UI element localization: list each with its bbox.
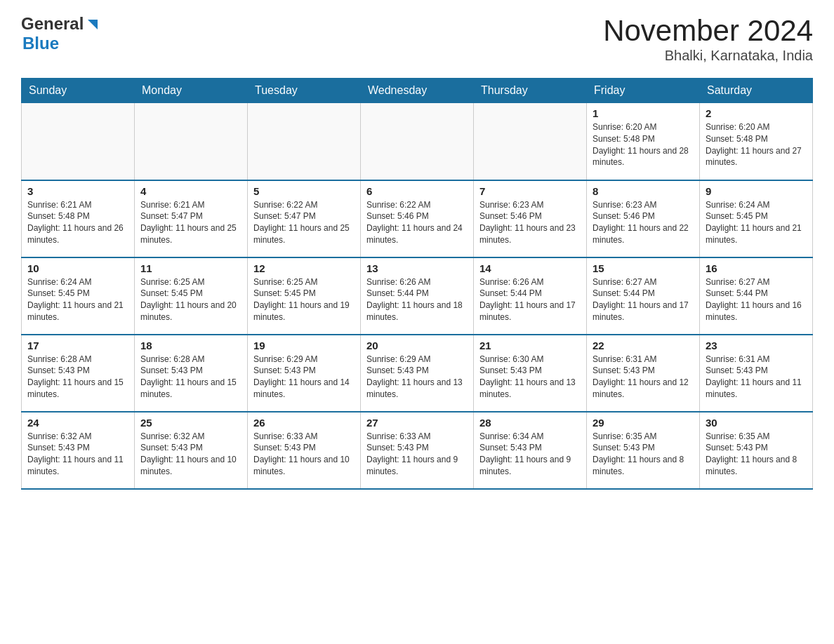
calendar-week-row: 24Sunrise: 6:32 AM Sunset: 5:43 PM Dayli… — [22, 412, 813, 489]
day-number: 28 — [479, 417, 581, 429]
day-info: Sunrise: 6:32 AM Sunset: 5:43 PM Dayligh… — [140, 431, 241, 478]
day-info: Sunrise: 6:29 AM Sunset: 5:43 PM Dayligh… — [366, 354, 468, 401]
day-info: Sunrise: 6:33 AM Sunset: 5:43 PM Dayligh… — [253, 431, 355, 478]
calendar-cell: 8Sunrise: 6:23 AM Sunset: 5:46 PM Daylig… — [587, 180, 700, 257]
calendar-cell: 21Sunrise: 6:30 AM Sunset: 5:43 PM Dayli… — [474, 335, 587, 412]
day-number: 29 — [593, 417, 694, 429]
calendar-cell: 29Sunrise: 6:35 AM Sunset: 5:43 PM Dayli… — [587, 412, 700, 489]
calendar-cell: 6Sunrise: 6:22 AM Sunset: 5:46 PM Daylig… — [361, 180, 474, 257]
calendar-cell: 17Sunrise: 6:28 AM Sunset: 5:43 PM Dayli… — [22, 335, 135, 412]
day-number: 13 — [366, 262, 468, 274]
day-number: 17 — [27, 340, 128, 351]
day-number: 8 — [593, 185, 694, 197]
day-header-monday: Monday — [135, 79, 248, 103]
day-header-tuesday: Tuesday — [248, 79, 361, 103]
calendar-cell: 14Sunrise: 6:26 AM Sunset: 5:44 PM Dayli… — [474, 257, 587, 335]
day-number: 3 — [27, 185, 128, 197]
day-number: 25 — [140, 417, 241, 429]
title-block: November 2024 Bhalki, Karnataka, India — [603, 14, 813, 64]
calendar-cell: 22Sunrise: 6:31 AM Sunset: 5:43 PM Dayli… — [587, 335, 700, 412]
calendar-header: SundayMondayTuesdayWednesdayThursdayFrid… — [22, 79, 813, 103]
calendar-cell — [474, 103, 587, 180]
day-info: Sunrise: 6:27 AM Sunset: 5:44 PM Dayligh… — [593, 276, 694, 323]
calendar-cell — [361, 103, 474, 180]
day-info: Sunrise: 6:35 AM Sunset: 5:43 PM Dayligh… — [593, 431, 694, 478]
day-info: Sunrise: 6:21 AM Sunset: 5:47 PM Dayligh… — [140, 199, 241, 246]
calendar-cell: 19Sunrise: 6:29 AM Sunset: 5:43 PM Dayli… — [248, 335, 361, 412]
calendar-cell: 13Sunrise: 6:26 AM Sunset: 5:44 PM Dayli… — [361, 257, 474, 335]
day-number: 9 — [706, 185, 807, 197]
logo: General Blue — [21, 14, 100, 53]
day-number: 12 — [253, 262, 355, 274]
day-number: 10 — [27, 262, 128, 274]
calendar-week-row: 10Sunrise: 6:24 AM Sunset: 5:45 PM Dayli… — [22, 257, 813, 335]
calendar-cell: 16Sunrise: 6:27 AM Sunset: 5:44 PM Dayli… — [700, 257, 813, 335]
day-number: 2 — [706, 107, 807, 119]
calendar-week-row: 1Sunrise: 6:20 AM Sunset: 5:48 PM Daylig… — [22, 103, 813, 180]
day-number: 5 — [253, 185, 355, 197]
day-header-friday: Friday — [587, 79, 700, 103]
calendar-cell: 18Sunrise: 6:28 AM Sunset: 5:43 PM Dayli… — [135, 335, 248, 412]
day-header-sunday: Sunday — [22, 79, 135, 103]
day-number: 16 — [706, 262, 807, 274]
day-header-wednesday: Wednesday — [361, 79, 474, 103]
logo-blue-text: Blue — [22, 34, 59, 53]
day-info: Sunrise: 6:25 AM Sunset: 5:45 PM Dayligh… — [140, 276, 241, 323]
day-number: 26 — [253, 417, 355, 429]
svg-marker-0 — [88, 20, 98, 29]
calendar-cell — [22, 103, 135, 180]
logo-general-text: General — [21, 14, 84, 34]
day-info: Sunrise: 6:33 AM Sunset: 5:43 PM Dayligh… — [366, 431, 468, 478]
day-info: Sunrise: 6:28 AM Sunset: 5:43 PM Dayligh… — [140, 354, 241, 401]
day-info: Sunrise: 6:20 AM Sunset: 5:48 PM Dayligh… — [706, 121, 807, 168]
calendar-cell: 25Sunrise: 6:32 AM Sunset: 5:43 PM Dayli… — [135, 412, 248, 489]
day-number: 18 — [140, 340, 241, 351]
day-header-saturday: Saturday — [700, 79, 813, 103]
calendar-cell: 11Sunrise: 6:25 AM Sunset: 5:45 PM Dayli… — [135, 257, 248, 335]
day-number: 24 — [27, 417, 128, 429]
day-info: Sunrise: 6:30 AM Sunset: 5:43 PM Dayligh… — [479, 354, 581, 401]
day-number: 1 — [593, 107, 694, 119]
calendar-body: 1Sunrise: 6:20 AM Sunset: 5:48 PM Daylig… — [22, 103, 813, 489]
day-number: 30 — [706, 417, 807, 429]
day-number: 14 — [479, 262, 581, 274]
day-info: Sunrise: 6:27 AM Sunset: 5:44 PM Dayligh… — [706, 276, 807, 323]
calendar-cell: 4Sunrise: 6:21 AM Sunset: 5:47 PM Daylig… — [135, 180, 248, 257]
calendar-cell: 2Sunrise: 6:20 AM Sunset: 5:48 PM Daylig… — [700, 103, 813, 180]
day-info: Sunrise: 6:23 AM Sunset: 5:46 PM Dayligh… — [593, 199, 694, 246]
day-info: Sunrise: 6:31 AM Sunset: 5:43 PM Dayligh… — [593, 354, 694, 401]
calendar-table: SundayMondayTuesdayWednesdayThursdayFrid… — [21, 78, 813, 490]
day-number: 23 — [706, 340, 807, 351]
day-info: Sunrise: 6:20 AM Sunset: 5:48 PM Dayligh… — [593, 121, 694, 168]
calendar-week-row: 3Sunrise: 6:21 AM Sunset: 5:48 PM Daylig… — [22, 180, 813, 257]
calendar-cell: 15Sunrise: 6:27 AM Sunset: 5:44 PM Dayli… — [587, 257, 700, 335]
day-info: Sunrise: 6:26 AM Sunset: 5:44 PM Dayligh… — [366, 276, 468, 323]
day-number: 4 — [140, 185, 241, 197]
day-info: Sunrise: 6:34 AM Sunset: 5:43 PM Dayligh… — [479, 431, 581, 478]
day-number: 20 — [366, 340, 468, 351]
calendar-cell: 3Sunrise: 6:21 AM Sunset: 5:48 PM Daylig… — [22, 180, 135, 257]
day-number: 19 — [253, 340, 355, 351]
day-info: Sunrise: 6:23 AM Sunset: 5:46 PM Dayligh… — [479, 199, 581, 246]
day-info: Sunrise: 6:21 AM Sunset: 5:48 PM Dayligh… — [27, 199, 128, 246]
calendar-subtitle: Bhalki, Karnataka, India — [603, 48, 813, 64]
calendar-cell: 28Sunrise: 6:34 AM Sunset: 5:43 PM Dayli… — [474, 412, 587, 489]
day-info: Sunrise: 6:28 AM Sunset: 5:43 PM Dayligh… — [27, 354, 128, 401]
calendar-cell: 12Sunrise: 6:25 AM Sunset: 5:45 PM Dayli… — [248, 257, 361, 335]
calendar-cell: 27Sunrise: 6:33 AM Sunset: 5:43 PM Dayli… — [361, 412, 474, 489]
calendar-cell: 23Sunrise: 6:31 AM Sunset: 5:43 PM Dayli… — [700, 335, 813, 412]
day-info: Sunrise: 6:32 AM Sunset: 5:43 PM Dayligh… — [27, 431, 128, 478]
day-number: 6 — [366, 185, 468, 197]
day-info: Sunrise: 6:35 AM Sunset: 5:43 PM Dayligh… — [706, 431, 807, 478]
logo-triangle-icon — [85, 17, 100, 32]
calendar-cell — [135, 103, 248, 180]
calendar-title: November 2024 — [603, 14, 813, 48]
calendar-cell: 7Sunrise: 6:23 AM Sunset: 5:46 PM Daylig… — [474, 180, 587, 257]
day-number: 11 — [140, 262, 241, 274]
calendar-cell: 10Sunrise: 6:24 AM Sunset: 5:45 PM Dayli… — [22, 257, 135, 335]
calendar-cell: 1Sunrise: 6:20 AM Sunset: 5:48 PM Daylig… — [587, 103, 700, 180]
day-number: 21 — [479, 340, 581, 351]
day-info: Sunrise: 6:24 AM Sunset: 5:45 PM Dayligh… — [706, 199, 807, 246]
day-info: Sunrise: 6:22 AM Sunset: 5:46 PM Dayligh… — [366, 199, 468, 246]
day-header-row: SundayMondayTuesdayWednesdayThursdayFrid… — [22, 79, 813, 103]
